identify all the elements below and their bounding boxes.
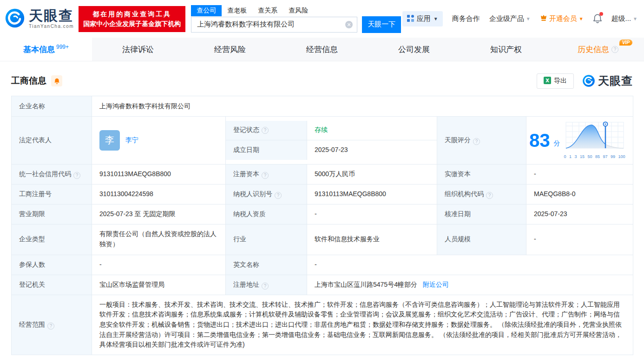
establish-date-label: 成立日期 (226, 140, 307, 160)
table-row: 工商注册号 310113004224598 纳税人识别号? 91310113MA… (12, 184, 633, 204)
search-input[interactable] (191, 17, 357, 33)
export-label: 导出 (554, 77, 567, 85)
help-icon[interactable]: ? (47, 323, 54, 330)
reg-address-cell: 上海市宝山区蕰川路5475号4幢部分 附近公司 (307, 275, 633, 295)
help-icon[interactable]: ? (73, 172, 80, 179)
tab-basic-info-badge: 999+ (56, 44, 69, 50)
search-tab-risk[interactable]: 查风险 (283, 5, 314, 16)
search-block: 查公司 查老板 查关系 查风险 ✕ 天眼一下 (191, 5, 401, 33)
reg-address-label: 注册地址? (226, 275, 307, 295)
taxpayer-id-label: 纳税人识别号? (226, 184, 307, 204)
apps-menu[interactable]: 应用 ▼ (402, 11, 443, 26)
chevron-down-icon: ▼ (526, 16, 531, 21)
tab-operation-risk[interactable]: 经营风险 (184, 38, 276, 61)
help-icon[interactable]: ? (275, 192, 282, 199)
reg-status-value: 存续 (307, 121, 437, 140)
legal-rep-label: 法定代表人 (12, 117, 92, 165)
score-distribution-chart: 01 315 5085 9799 100 (564, 120, 625, 160)
industry-label: 行业 (226, 224, 307, 255)
tab-operation-info-label: 经营信息 (306, 44, 338, 55)
english-name-label: 英文名称 (226, 255, 307, 275)
tab-intellectual-property[interactable]: 知识产权 (460, 38, 552, 61)
tab-basic-info-label: 基本信息 (23, 44, 55, 55)
chevron-down-icon: ▼ (579, 16, 584, 21)
help-icon[interactable]: ? (486, 192, 493, 199)
taxpayer-quality-label: 纳税人资质 (226, 204, 307, 224)
english-name-value: - (307, 255, 633, 275)
business-term-label: 营业期限 (12, 204, 92, 224)
avatar[interactable]: 李 (99, 130, 120, 151)
company-name-value: 上海鸿睿数科数字科技有限公司 (92, 96, 633, 117)
business-term-value: 2025-07-23 至 无固定期限 (92, 204, 226, 224)
clear-icon[interactable]: ✕ (345, 21, 353, 28)
nearby-companies-link[interactable]: 附近公司 (423, 281, 449, 288)
reg-capital-value: 5000万人民币 (307, 164, 437, 184)
help-icon[interactable]: ? (473, 138, 480, 145)
help-icon[interactable]: ? (611, 46, 618, 53)
notification-dot (599, 12, 603, 16)
search-tab-boss[interactable]: 查老板 (222, 5, 252, 16)
search-button[interactable]: 天眼一下 (362, 16, 401, 33)
company-type-value: 有限责任公司（自然人投资或控股的法人独资） (92, 224, 226, 255)
reg-number-label: 工商注册号 (12, 184, 92, 204)
tab-company-development[interactable]: 公司发展 (368, 38, 460, 61)
nav-super-vip[interactable]: 超级... ▼ (611, 14, 637, 23)
paid-capital-value: - (526, 164, 633, 184)
search-tab-relation[interactable]: 查关系 (252, 5, 283, 16)
company-tabbar: 基本信息 999+ 法律诉讼 经营风险 经营信息 公司发展 知识产权 VIP 历… (0, 38, 644, 61)
header: 天眼查 TianYanCha.com 都在用的商业查询工具 国家中小企业发展子基… (0, 0, 644, 38)
company-type-label: 企业类型 (12, 224, 92, 255)
top-nav: 应用 ▼ 商务合作 企业级产品 ▼ 开通会员 ▼ 超级 (402, 11, 637, 26)
tab-operation-risk-label: 经营风险 (214, 44, 246, 55)
chevron-down-icon: ▼ (633, 16, 637, 21)
slogan-line1: 都在用的商业查询工具 (83, 9, 181, 19)
nav-open-member[interactable]: 开通会员 ▼ (540, 14, 584, 23)
slogan-line2: 国家中小企业发展子基金旗下机构 (83, 19, 181, 29)
search-tab-company[interactable]: 查公司 (191, 5, 222, 16)
notification-bell[interactable] (593, 13, 602, 25)
help-icon[interactable]: ? (262, 127, 269, 134)
table-row: 企业类型 有限责任公司（自然人投资或控股的法人独资） 行业 软件和信息技术服务业… (12, 224, 633, 255)
tianyancha-logo[interactable]: 天眼查 TianYanCha.com (5, 8, 74, 30)
reg-number-value: 310113004224598 (92, 184, 226, 204)
tab-operation-info[interactable]: 经营信息 (276, 38, 368, 61)
table-row: 法定代表人 李 李宁 登记状态? 存续 成立日期 2025-07-23 (12, 117, 633, 165)
table-row: 统一社会信用代码? 91310113MAEQG8B800 注册资本? 5000万… (12, 164, 633, 184)
org-code-value: MAEQG8B8-0 (526, 184, 633, 204)
legal-rep-link[interactable]: 李宁 (125, 135, 138, 145)
taxpayer-quality-value: - (307, 204, 437, 224)
enterprise-product-label: 企业级产品 (489, 14, 524, 23)
reg-capital-label: 注册资本? (226, 164, 307, 184)
export-button[interactable]: X 导出 (537, 73, 574, 89)
status-date-subgrid: 登记状态? 存续 成立日期 2025-07-23 (226, 117, 437, 165)
grid-icon (407, 15, 414, 23)
table-row: 营业期限 2025-07-23 至 无固定期限 纳税人资质 - 核准日期 202… (12, 204, 633, 224)
crown-icon (540, 15, 547, 23)
org-code-label: 组织机构代码? (437, 184, 526, 204)
credit-code-value: 91310113MAEQG8B800 (92, 164, 226, 184)
chevron-down-icon: ▼ (434, 16, 438, 21)
vip-badge: VIP (619, 40, 632, 46)
business-info-table: 企业名称 上海鸿睿数科数字科技有限公司 法定代表人 李 李宁 登记状态? 存续 … (11, 96, 633, 355)
approval-date-label: 核准日期 (437, 204, 526, 224)
tyc-score-cell: 83 分 (526, 117, 633, 165)
tab-basic-info[interactable]: 基本信息 999+ (0, 38, 92, 61)
brand-domain: TianYanCha.com (29, 24, 74, 29)
section-title: 工商信息 (11, 75, 46, 87)
tab-legal-litigation[interactable]: 法律诉讼 (92, 38, 184, 61)
staff-size-label: 人员规模 (437, 224, 526, 255)
nav-biz-coop[interactable]: 商务合作 (452, 14, 480, 23)
watermark-text: 天眼查 (598, 73, 633, 88)
tianyancha-logo-icon (5, 8, 25, 30)
paid-capital-label: 实缴资本 (437, 164, 526, 184)
help-icon[interactable]: ? (262, 172, 269, 179)
help-icon[interactable]: ? (262, 283, 269, 290)
tab-history-info[interactable]: VIP 历史信息 ? (552, 38, 644, 61)
section-header: 工商信息 X 导出 天眼查 (0, 73, 644, 89)
reg-authority-value: 宝山区市场监督管理局 (92, 275, 226, 295)
subscribe-bell-icon[interactable] (51, 75, 62, 86)
open-member-label: 开通会员 (549, 14, 577, 23)
company-name-label: 企业名称 (12, 96, 92, 117)
nav-enterprise-product[interactable]: 企业级产品 ▼ (489, 14, 531, 23)
score-chart-ticks: 01 315 5085 9799 100 (564, 154, 625, 160)
